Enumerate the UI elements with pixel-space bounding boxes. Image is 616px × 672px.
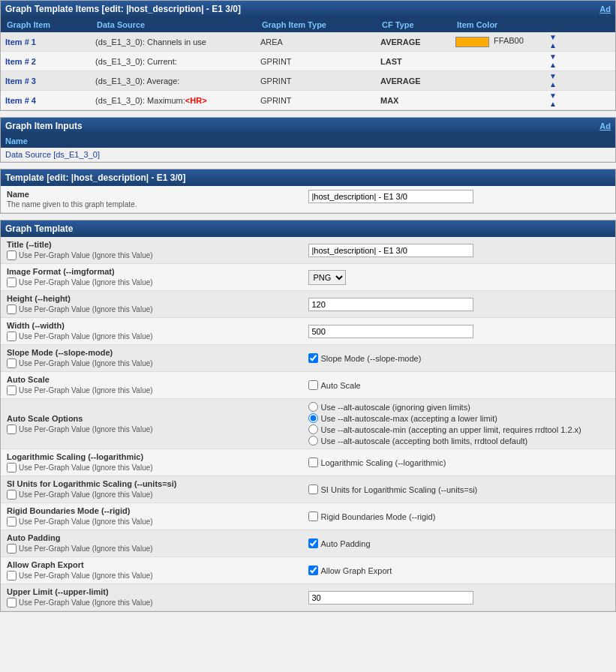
up-arrow-1[interactable]: ▲ — [530, 42, 575, 50]
actions-1: ▼ ▲ — [530, 34, 575, 50]
gt-row-allow-graph-export: Allow Graph Export Use Per-Graph Value (… — [1, 557, 615, 584]
gt-logarithmic-checkbox[interactable] — [7, 463, 17, 472]
cf-1: AVERAGE — [380, 38, 455, 46]
cf-4: MAX — [380, 96, 455, 105]
item-link-4[interactable]: Item # 4 — [5, 96, 36, 105]
radio-alt-autoscale-min[interactable]: Use --alt-autoscale-min (accepting an up… — [308, 424, 581, 434]
radio-alt-autoscale-both[interactable]: Use --alt-autoscale (accepting both limi… — [308, 436, 581, 446]
gt-logarithmic-label: Logarithmic Scaling (--logarithmic) — [7, 452, 308, 461]
graph-item-inputs-title: Graph Item Inputs — [5, 121, 83, 131]
gt-si-units-check[interactable] — [308, 484, 318, 494]
gt-autoscale-per-graph: Use Per-Graph Value (Ignore this Value) — [19, 386, 153, 394]
item-link-2[interactable]: Item # 2 — [5, 57, 36, 66]
actions-3: ▼ ▲ — [530, 73, 575, 88]
gt-upper-limit-checkbox[interactable] — [7, 598, 17, 608]
down-arrow-1[interactable]: ▼ — [530, 34, 575, 41]
gt-row-imgformat: Image Format (--imgformat) Use Per-Graph… — [1, 264, 615, 291]
gt-height-checkbox[interactable] — [7, 304, 17, 314]
add-link-inputs[interactable]: Ad — [599, 122, 611, 130]
gt-si-units-check-label: SI Units for Logarithmic Scaling (--unit… — [321, 485, 478, 494]
gt-width-label: Width (--width) — [7, 321, 308, 330]
table-row: Item # 2 (ds_E1_3_0): Current: GPRINT LA… — [1, 52, 615, 71]
type-1: AREA — [260, 38, 380, 46]
gt-allow-export-label: Allow Graph Export — [7, 560, 308, 569]
gt-logarithmic-check-label: Logarithmic Scaling (--logarithmic) — [321, 458, 446, 467]
gt-row-title: Title (--title) Use Per-Graph Value (Ign… — [1, 237, 615, 264]
gt-title-checkbox[interactable] — [7, 250, 17, 260]
graph-template-section: Graph Template Title (--title) Use Per-G… — [0, 220, 616, 612]
gt-row-auto-scale: Auto Scale Use Per-Graph Value (Ignore t… — [1, 372, 615, 399]
inputs-name-header: Name — [1, 134, 615, 148]
type-4: GPRINT — [260, 96, 380, 105]
gt-autoscale-checkbox[interactable] — [7, 386, 17, 395]
radio-alt-autoscale-max-input[interactable] — [308, 413, 318, 423]
gt-rigid-checkbox[interactable] — [7, 517, 17, 526]
gt-imgformat-label: Image Format (--imgformat) — [7, 267, 308, 276]
up-arrow-3[interactable]: ▲ — [530, 81, 575, 88]
gt-row-upper-limit: Upper Limit (--upper-limit) Use Per-Grap… — [1, 584, 615, 611]
gt-upper-limit-per-graph: Use Per-Graph Value (Ignore this Value) — [19, 598, 153, 607]
gt-height-per-graph: Use Per-Graph Value (Ignore this Value) — [19, 305, 153, 314]
gt-width-checkbox[interactable] — [7, 332, 17, 341]
color-swatch-1 — [455, 37, 489, 47]
gt-slope-per-graph: Use Per-Graph Value (Ignore this Value) — [19, 359, 153, 368]
down-arrow-3[interactable]: ▼ — [530, 73, 575, 80]
up-arrow-2[interactable]: ▲ — [530, 62, 575, 69]
gt-slope-checkbox[interactable] — [7, 358, 17, 368]
auto-scale-radio-group: Use --alt-autoscale (ignoring given limi… — [308, 402, 581, 446]
gt-upper-limit-input[interactable] — [308, 591, 473, 604]
gt-slope-label: Slope Mode (--slope-mode) — [7, 348, 308, 357]
gt-allow-export-check[interactable] — [308, 566, 318, 575]
gt-logarithmic-per-graph: Use Per-Graph Value (Ignore this Value) — [19, 464, 153, 472]
gt-autoscale-options-checkbox[interactable] — [7, 424, 17, 434]
gt-auto-scale-check-label: Auto Scale — [321, 381, 361, 390]
gt-height-input[interactable] — [308, 298, 473, 311]
cf-3: AVERAGE — [380, 76, 455, 86]
template-name-label: Name — [7, 190, 308, 199]
item-link-3[interactable]: Item # 3 — [5, 76, 36, 86]
col-graph-item-type: Graph Item Type — [260, 20, 380, 30]
col-cf-type: CF Type — [380, 20, 455, 30]
gt-allow-export-checkbox[interactable] — [7, 571, 17, 580]
item-link-1[interactable]: Item # 1 — [5, 38, 36, 46]
input-data-source-link[interactable]: Data Source [ds_E1_3_0] — [5, 150, 100, 159]
gt-title-input[interactable] — [308, 244, 473, 257]
gt-allow-export-per-graph: Use Per-Graph Value (Ignore this Value) — [19, 572, 153, 580]
cf-2: LAST — [380, 57, 455, 66]
ds-2: (ds_E1_3_0): Current: — [95, 57, 260, 66]
color-1: FFAB00 — [455, 36, 530, 46]
radio-alt-autoscale-min-input[interactable] — [308, 424, 318, 434]
gt-width-input[interactable] — [308, 325, 473, 338]
gt-auto-padding-checkbox[interactable] — [7, 544, 17, 554]
gt-auto-padding-check[interactable] — [308, 538, 318, 548]
col-item-color: Item Color — [455, 20, 530, 30]
gt-imgformat-select[interactable]: PNG SVG PDF EPS — [308, 270, 346, 285]
template-name-row: Name The name given to this graph templa… — [1, 186, 615, 213]
down-arrow-2[interactable]: ▼ — [530, 53, 575, 61]
ds-4: (ds_E1_3_0): Maximum:<HR> — [95, 96, 260, 105]
gt-rigid-check[interactable] — [308, 512, 318, 521]
up-arrow-4[interactable]: ▲ — [530, 100, 575, 108]
gt-imgformat-per-graph: Use Per-Graph Value (Ignore this Value) — [19, 278, 153, 286]
template-name-input[interactable] — [308, 190, 473, 203]
gt-auto-scale-check[interactable] — [308, 380, 318, 390]
ds-3: (ds_E1_3_0): Average: — [95, 76, 260, 86]
gt-logarithmic-check[interactable] — [308, 458, 318, 467]
gt-imgformat-checkbox[interactable] — [7, 278, 17, 287]
gt-slope-mode-check[interactable] — [308, 353, 318, 363]
radio-alt-autoscale-input[interactable] — [308, 402, 318, 412]
gt-title-per-graph: Use Per-Graph Value (Ignore this Value) — [19, 251, 153, 260]
gt-slope-mode-label: Slope Mode (--slope-mode) — [321, 354, 422, 363]
radio-alt-autoscale[interactable]: Use --alt-autoscale (ignoring given limi… — [308, 402, 581, 412]
gt-row-auto-scale-options: Auto Scale Options Use Per-Graph Value (… — [1, 399, 615, 449]
table-row: Item # 4 (ds_E1_3_0): Maximum:<HR> GPRIN… — [1, 91, 615, 110]
column-headers: Graph Item Data Source Graph Item Type C… — [1, 17, 615, 32]
actions-2: ▼ ▲ — [530, 53, 575, 69]
radio-alt-autoscale-both-input[interactable] — [308, 436, 318, 446]
template-name-description: The name given to this graph template. — [7, 200, 308, 208]
radio-alt-autoscale-max[interactable]: Use --alt-autoscale-max (accepting a low… — [308, 413, 581, 423]
col-graph-item: Graph Item — [5, 20, 95, 30]
down-arrow-4[interactable]: ▼ — [530, 92, 575, 100]
add-link-items[interactable]: Ad — [599, 4, 611, 14]
gt-si-units-checkbox[interactable] — [7, 490, 17, 500]
